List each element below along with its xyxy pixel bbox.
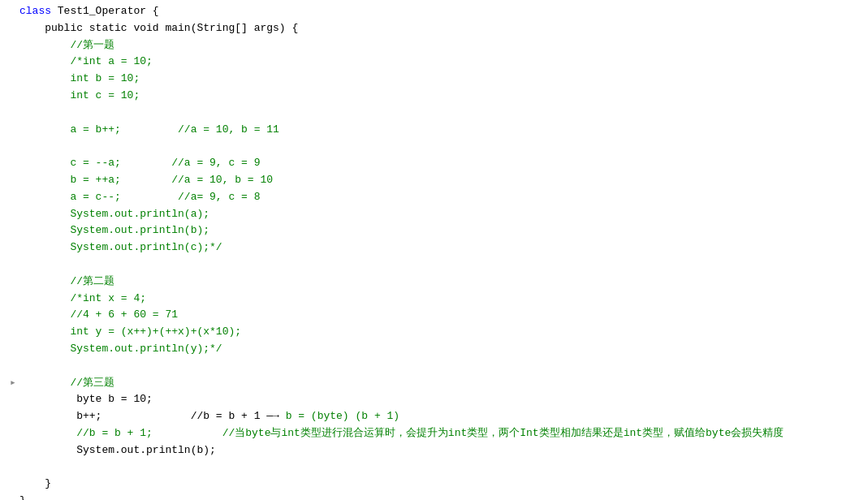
line-content: //4 + 6 + 60 = 71 bbox=[19, 307, 862, 324]
code-token: System.out.println(b); bbox=[19, 224, 209, 236]
code-editor: class Test1_Operator { public static voi… bbox=[0, 0, 868, 500]
line-content: System.out.println(y);*/ bbox=[19, 341, 862, 358]
code-token: b = ++a; //a = 10, b = 10 bbox=[19, 174, 273, 186]
code-token: a = c--; //a= 9, c = 8 bbox=[19, 191, 260, 203]
line-content: } bbox=[19, 493, 862, 500]
code-token: byte b = 10; bbox=[19, 393, 153, 405]
code-line: System.out.println(c);*/ bbox=[0, 239, 868, 256]
code-token: a = b++; //a = 10, b = 11 bbox=[19, 123, 279, 136]
line-content: int b = 10; bbox=[19, 71, 862, 88]
code-token: //第一题 bbox=[19, 39, 114, 51]
code-token: int bbox=[83, 55, 101, 67]
line-content: byte b = 10; bbox=[19, 391, 862, 408]
line-content: int c = 10; bbox=[19, 88, 862, 105]
code-line bbox=[0, 105, 868, 122]
line-content: /*int x = 4; bbox=[19, 291, 862, 308]
line-content: public static void main(String[] args) { bbox=[19, 20, 862, 37]
code-token: int c = 10; bbox=[19, 89, 140, 101]
code-token: /* bbox=[19, 292, 83, 304]
code-token: int b = 10; bbox=[19, 72, 140, 84]
code-line: /*int x = 4; bbox=[0, 291, 868, 308]
code-token: int bbox=[83, 292, 101, 304]
code-line: } bbox=[0, 493, 868, 500]
line-content: //第二题 bbox=[19, 274, 862, 291]
line-content: System.out.println(b); bbox=[19, 442, 862, 459]
line-content: //第一题 bbox=[19, 37, 862, 54]
code-token: Test1_Operator { bbox=[51, 5, 159, 17]
code-line: b = ++a; //a = 10, b = 10 bbox=[0, 172, 868, 189]
code-line: //b = b + 1; //当byte与int类型进行混合运算时，会提升为in… bbox=[0, 425, 868, 442]
code-line: b++; //b = b + 1 —→ b = (byte) (b + 1) bbox=[0, 408, 868, 425]
code-token: System.out.println(y);*/ bbox=[19, 343, 222, 355]
code-line: int b = 10; bbox=[0, 71, 868, 88]
code-token: public static void main(String[] args) { bbox=[19, 22, 298, 34]
code-token: System.out.println(b); bbox=[19, 444, 216, 456]
code-line: //第一题 bbox=[0, 37, 868, 54]
line-content: class Test1_Operator { bbox=[19, 3, 862, 20]
code-line: byte b = 10; bbox=[0, 391, 868, 408]
code-line: a = c--; //a= 9, c = 8 bbox=[0, 189, 868, 206]
line-content: //b = b + 1; //当byte与int类型进行混合运算时，会提升为in… bbox=[19, 425, 862, 442]
line-content: c = --a; //a = 9, c = 9 bbox=[19, 155, 862, 172]
code-line: System.out.println(b); bbox=[0, 222, 868, 239]
line-content: a = c--; //a= 9, c = 8 bbox=[19, 189, 862, 206]
line-content: System.out.println(a); bbox=[19, 206, 862, 223]
line-content: //第三题 bbox=[19, 375, 862, 392]
gutter-icon: ▸ bbox=[6, 375, 19, 392]
code-line bbox=[0, 459, 868, 476]
code-token: System.out.println(a); bbox=[19, 208, 209, 220]
code-token: //第二题 bbox=[19, 275, 114, 287]
code-token: /* bbox=[19, 55, 83, 67]
code-line bbox=[0, 358, 868, 375]
code-token: //第三题 bbox=[19, 377, 114, 389]
code-token: int y = (x++)+(++x)+(x*10); bbox=[19, 325, 241, 338]
line-content: System.out.println(b); bbox=[19, 222, 862, 239]
line-content: b++; //b = b + 1 —→ b = (byte) (b + 1) bbox=[19, 408, 862, 425]
code-line: class Test1_Operator { bbox=[0, 3, 868, 20]
code-token: b = (byte) (b + 1) bbox=[279, 410, 399, 422]
code-line: ▸ //第三题 bbox=[0, 375, 868, 392]
code-line: System.out.println(a); bbox=[0, 206, 868, 223]
line-content bbox=[19, 459, 862, 476]
code-token: //4 + 6 + 60 = 71 bbox=[19, 308, 178, 321]
line-content: } bbox=[19, 476, 862, 493]
code-line: System.out.println(b); bbox=[0, 442, 868, 459]
code-line: System.out.println(y);*/ bbox=[0, 341, 868, 358]
code-token: class bbox=[19, 5, 51, 17]
code-line: //第二题 bbox=[0, 274, 868, 291]
line-content: b = ++a; //a = 10, b = 10 bbox=[19, 172, 862, 189]
code-line bbox=[0, 138, 868, 155]
code-token: } bbox=[19, 477, 51, 489]
line-content: int y = (x++)+(++x)+(x*10); bbox=[19, 324, 862, 341]
code-token: a = 10; bbox=[101, 55, 152, 67]
code-token: //b = b + 1; //当byte与int类型进行混合运算时，会提升为in… bbox=[19, 427, 784, 439]
line-content: /*int a = 10; bbox=[19, 54, 862, 71]
code-line: public static void main(String[] args) { bbox=[0, 20, 868, 37]
line-content bbox=[19, 105, 862, 122]
line-content bbox=[19, 256, 862, 274]
line-content bbox=[19, 138, 862, 155]
code-token: } bbox=[19, 494, 26, 500]
code-token: x = 4; bbox=[101, 292, 146, 304]
code-line: a = b++; //a = 10, b = 11 bbox=[0, 122, 868, 139]
code-line bbox=[0, 256, 868, 274]
code-token: —→ bbox=[266, 410, 279, 422]
code-line: /*int a = 10; bbox=[0, 54, 868, 71]
code-line: } bbox=[0, 476, 868, 493]
line-content: a = b++; //a = 10, b = 11 bbox=[19, 122, 862, 139]
code-line: int y = (x++)+(++x)+(x*10); bbox=[0, 324, 868, 341]
code-token: b++; //b = b + 1 bbox=[19, 410, 266, 422]
code-line: int c = 10; bbox=[0, 88, 868, 105]
code-line: c = --a; //a = 9, c = 9 bbox=[0, 155, 868, 172]
line-content bbox=[19, 358, 862, 375]
code-line: //4 + 6 + 60 = 71 bbox=[0, 307, 868, 324]
line-content: System.out.println(c);*/ bbox=[19, 239, 862, 256]
code-token: System.out.println(c);*/ bbox=[19, 241, 222, 253]
code-token: c = --a; //a = 9, c = 9 bbox=[19, 157, 260, 169]
